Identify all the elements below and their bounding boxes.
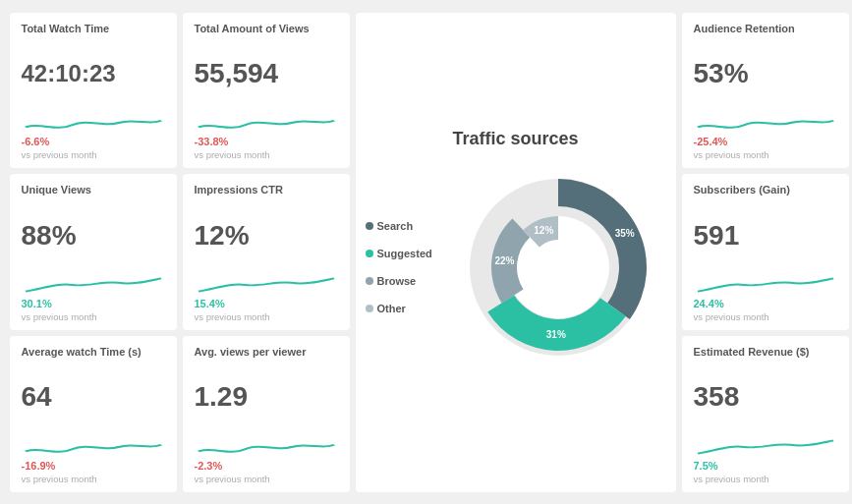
card-unique-views: Unique Views 88% 30.1% vs previous month (10, 174, 177, 330)
card-value-unique-views: 88% (22, 221, 165, 252)
legend-item-2: Browse (366, 275, 434, 287)
card-title-total-watch-time: Total Watch Time (22, 23, 165, 34)
card-value-subscribers-gain: 591 (694, 221, 837, 252)
card-bottom-subscribers-gain: 24.4% vs previous month (694, 274, 837, 322)
legend-item-0: Search (366, 220, 434, 232)
traffic-content: Search Suggested Browse Other 35%31%22%1… (366, 159, 666, 375)
card-bottom-audience-retention: -25.4% vs previous month (694, 112, 837, 160)
card-title-unique-views: Unique Views (22, 184, 165, 196)
pct-label-2: 22% (494, 255, 514, 266)
card-bottom-total-watch-time: -6.6% vs previous month (22, 112, 165, 160)
legend-item-1: Suggested (366, 248, 434, 259)
card-audience-retention: Audience Retention 53% -25.4% vs previou… (682, 13, 849, 169)
traffic-legend: Search Suggested Browse Other (366, 220, 434, 314)
traffic-title: Traffic sources (452, 129, 578, 149)
sparkline-unique-views (22, 274, 165, 296)
legend-label-0: Search (377, 220, 414, 232)
traffic-sources-card: Traffic sources Search Suggested Browse … (356, 13, 676, 492)
vs-text-total-watch-time: vs previous month (22, 149, 165, 160)
card-title-impressions-ctr: Impressions CTR (195, 184, 338, 196)
pct-label-1: 31% (545, 329, 565, 340)
sparkline-audience-retention (694, 112, 837, 134)
card-total-views: Total Amount of Views 55,594 -33.8% vs p… (183, 13, 350, 169)
legend-label-2: Browse (377, 275, 417, 287)
card-total-watch-time: Total Watch Time 42:10:23 -6.6% vs previ… (10, 13, 177, 169)
legend-dot-3 (366, 305, 373, 312)
card-value-total-views: 55,594 (195, 59, 338, 89)
legend-dot-1 (366, 250, 373, 257)
legend-label-3: Other (377, 303, 406, 314)
legend-dot-0 (366, 222, 373, 230)
change-impressions-ctr: 15.4% (195, 298, 338, 309)
card-title-audience-retention: Audience Retention (694, 23, 837, 34)
change-avg-views-per-viewer: -2.3% (195, 460, 338, 472)
card-value-impressions-ctr: 12% (195, 221, 338, 252)
card-value-audience-retention: 53% (694, 59, 837, 89)
vs-text-total-views: vs previous month (195, 149, 338, 160)
card-title-avg-views-per-viewer: Avg. views per viewer (195, 346, 338, 358)
vs-text-avg-watch-time: vs previous month (22, 474, 165, 484)
card-value-total-watch-time: 42:10:23 (22, 61, 165, 86)
legend-label-1: Suggested (377, 248, 432, 259)
vs-text-audience-retention: vs previous month (694, 149, 837, 160)
card-value-avg-views-per-viewer: 1.29 (195, 382, 338, 413)
sparkline-total-views (195, 112, 338, 134)
vs-text-subscribers-gain: vs previous month (694, 311, 837, 322)
card-avg-watch-time: Average watch Time (s) 64 -16.9% vs prev… (10, 336, 177, 492)
card-title-subscribers-gain: Subscribers (Gain) (694, 184, 837, 196)
sparkline-total-watch-time (22, 112, 165, 134)
legend-dot-2 (366, 277, 373, 285)
card-estimated-revenue: Estimated Revenue ($) 358 7.5% vs previo… (682, 336, 849, 492)
change-unique-views: 30.1% (22, 298, 165, 309)
card-impressions-ctr: Impressions CTR 12% 15.4% vs previous mo… (183, 174, 350, 330)
vs-text-impressions-ctr: vs previous month (195, 311, 338, 322)
change-total-watch-time: -6.6% (22, 136, 165, 147)
pct-label-0: 35% (614, 228, 634, 239)
vs-text-unique-views: vs previous month (22, 311, 165, 322)
vs-text-avg-views-per-viewer: vs previous month (195, 474, 338, 484)
change-total-views: -33.8% (195, 136, 338, 147)
card-bottom-unique-views: 30.1% vs previous month (22, 274, 165, 322)
card-title-estimated-revenue: Estimated Revenue ($) (694, 346, 837, 358)
sparkline-avg-watch-time (22, 436, 165, 458)
change-audience-retention: -25.4% (694, 136, 837, 147)
change-avg-watch-time: -16.9% (22, 460, 165, 472)
donut-wrapper: 35%31%22%12% (450, 159, 666, 375)
card-avg-views-per-viewer: Avg. views per viewer 1.29 -2.3% vs prev… (183, 336, 350, 492)
card-value-estimated-revenue: 358 (694, 382, 837, 413)
card-title-avg-watch-time: Average watch Time (s) (22, 346, 165, 358)
card-value-avg-watch-time: 64 (22, 382, 165, 413)
sparkline-impressions-ctr (195, 274, 338, 296)
card-title-total-views: Total Amount of Views (195, 23, 338, 34)
card-bottom-avg-views-per-viewer: -2.3% vs previous month (195, 436, 338, 484)
change-estimated-revenue: 7.5% (694, 460, 837, 472)
donut-svg: 35%31%22%12% (450, 159, 666, 375)
card-subscribers-gain: Subscribers (Gain) 591 24.4% vs previous… (682, 174, 849, 330)
sparkline-avg-views-per-viewer (195, 436, 338, 458)
card-bottom-total-views: -33.8% vs previous month (195, 112, 338, 160)
sparkline-subscribers-gain (694, 274, 837, 296)
card-bottom-estimated-revenue: 7.5% vs previous month (694, 436, 837, 484)
sparkline-estimated-revenue (694, 436, 837, 458)
change-subscribers-gain: 24.4% (694, 298, 837, 309)
card-bottom-avg-watch-time: -16.9% vs previous month (22, 436, 165, 484)
pct-label-3: 12% (534, 225, 553, 236)
card-bottom-impressions-ctr: 15.4% vs previous month (195, 274, 338, 322)
legend-item-3: Other (366, 303, 434, 314)
vs-text-estimated-revenue: vs previous month (694, 474, 837, 484)
dashboard: Total Watch Time 42:10:23 -6.6% vs previ… (4, 7, 849, 498)
